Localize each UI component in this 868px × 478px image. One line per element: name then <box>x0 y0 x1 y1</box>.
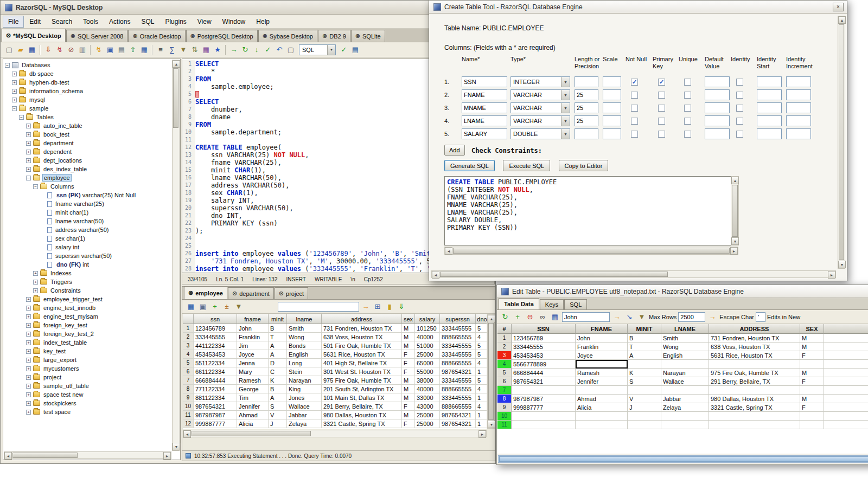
edit-cell[interactable] <box>800 386 824 395</box>
tree-item-auto-inc-table[interactable]: +auto_inc_table <box>5 121 171 130</box>
scale-input[interactable] <box>603 128 621 139</box>
results-vertical-scrollbar[interactable]: ▲ ▼ <box>487 314 495 429</box>
tree-expand-icon[interactable]: + <box>26 132 31 137</box>
import-table-icon[interactable]: ⇩ <box>43 44 54 55</box>
identity-increment-input[interactable] <box>786 102 811 113</box>
window-horizontal-scrollbar[interactable]: ◄ ► <box>431 270 836 278</box>
max-rows-go-icon[interactable]: → <box>707 312 718 322</box>
unique-checkbox[interactable] <box>684 131 691 138</box>
scroll-thumb[interactable] <box>173 68 178 128</box>
tree-expand-icon[interactable]: + <box>26 392 31 397</box>
edit-table-row[interactable]: 9999887777AliciaJZelaya3321 Castle, Spri… <box>497 403 868 412</box>
edit-cell[interactable]: 980 Dallas, Houston TX <box>709 395 800 403</box>
close-icon[interactable]: × <box>833 3 844 11</box>
results-cell[interactable]: 40000 <box>415 333 440 341</box>
results-cell[interactable]: Alicia <box>237 419 269 428</box>
sql-mode-dropdown[interactable]: SQL▼ <box>299 44 336 55</box>
scale-input[interactable] <box>603 115 621 126</box>
tab-close-icon[interactable]: ⊗ <box>322 33 327 40</box>
tree-item-stockpickers[interactable]: +stockpickers <box>5 399 171 408</box>
results-cell[interactable]: Wallace <box>287 402 322 411</box>
scale-input[interactable] <box>603 76 621 87</box>
results-cell[interactable]: Smith <box>287 324 322 333</box>
tree-collapse-icon[interactable]: − <box>26 176 31 180</box>
tree-expand-icon[interactable]: + <box>33 280 38 285</box>
edit-cell[interactable] <box>576 386 628 395</box>
default-value-input[interactable] <box>705 76 730 87</box>
results-cell[interactable]: 5 <box>476 341 487 350</box>
column-name-input[interactable] <box>462 76 507 87</box>
edit-cell[interactable]: 975 Fire Oak, Humble TX <box>709 369 800 377</box>
tree-item-des-index-table[interactable]: +des_index_table <box>5 165 171 173</box>
results-cell[interactable]: 291 Berry, Bellaire, TX <box>322 402 402 411</box>
edit-search-input[interactable] <box>562 312 610 322</box>
paste-icon[interactable]: ▤ <box>116 44 127 55</box>
results-row[interactable]: 9881122334TimAJones101 Main St, Dallas T… <box>183 393 487 402</box>
results-cell[interactable]: A <box>269 393 287 402</box>
results-cell[interactable]: 3321 Castle, Spring TX <box>322 419 402 428</box>
results-cell[interactable]: 666884444 <box>194 376 237 385</box>
edit-cell[interactable] <box>661 386 709 395</box>
results-column-header-superssn[interactable]: superssn <box>440 314 476 324</box>
results-cell[interactable]: English <box>287 350 322 359</box>
identity-checkbox[interactable] <box>736 79 743 86</box>
generate-sql-icon[interactable]: ∑ <box>167 44 177 55</box>
edit-column-header-minit[interactable]: MINIT <box>628 324 661 334</box>
row-number[interactable]: 5 <box>497 369 512 377</box>
results-tab-department[interactable]: ⊗department <box>228 287 274 299</box>
row-number[interactable]: 10 <box>497 412 512 421</box>
escape-char-input[interactable] <box>756 312 765 322</box>
results-cell[interactable]: D <box>269 359 287 367</box>
tree-expand-icon[interactable]: + <box>26 158 31 163</box>
results-cell[interactable]: 65000 <box>415 359 440 367</box>
describe-table-icon[interactable]: ≡ <box>155 44 166 55</box>
results-cell[interactable]: 771122334 <box>194 385 237 393</box>
length-precision-input[interactable] <box>575 89 598 100</box>
edit-table-grid[interactable]: #SSNFNAMEMINITLNAMEADDRESSSEX1123456789J… <box>497 324 868 429</box>
tree-item-superssn-varchar-50[interactable]: superssn varchar(50) <box>5 251 171 260</box>
results-cell[interactable]: 1 <box>476 419 487 428</box>
tree-item-space-test-new[interactable]: +space test new <box>5 390 171 399</box>
chevron-down-icon[interactable]: ▼ <box>561 129 570 139</box>
tree-item-key-test[interactable]: +key_test <box>5 347 171 356</box>
edit-table-row[interactable]: 6987654321JenniferSWallace291 Berry, Bel… <box>497 377 868 386</box>
identity-start-input[interactable] <box>757 128 782 139</box>
identity-checkbox[interactable] <box>736 105 743 112</box>
tree-item-test-space[interactable]: +test space <box>5 408 171 416</box>
tree-expand-icon[interactable]: + <box>12 80 17 85</box>
row-number[interactable]: 4 <box>497 360 512 369</box>
save-icon[interactable]: ▦ <box>27 44 37 55</box>
scroll-right-icon[interactable]: ► <box>163 452 171 460</box>
edit-cell[interactable] <box>709 412 800 421</box>
menu-item-actions[interactable]: Actions <box>104 16 136 28</box>
results-cell[interactable]: Jones <box>287 393 322 402</box>
results-row[interactable]: 8771122334GeorgeBKing201 South St, Arlin… <box>183 385 487 393</box>
row-number[interactable]: 9 <box>497 403 512 412</box>
not-null-checkbox[interactable]: ✓ <box>631 79 638 86</box>
download-icon[interactable]: ↓ <box>251 44 262 55</box>
results-cell[interactable]: 401 High St, Bellaire TX <box>322 359 402 367</box>
results-tab-project[interactable]: ⊗project <box>275 287 308 299</box>
row-number[interactable]: 3 <box>497 351 512 360</box>
edit-cell[interactable]: 3321 Castle, Spring TX <box>709 403 800 412</box>
results-grid[interactable]: ssnfnameminitlnameaddresssexsalarysupers… <box>183 314 487 429</box>
query-builder-icon[interactable]: ▦ <box>201 44 212 55</box>
results-cell[interactable]: J <box>269 419 287 428</box>
scroll-down-icon[interactable]: ▼ <box>173 443 180 450</box>
edit-cell[interactable] <box>709 421 800 429</box>
edit-cell[interactable]: 123456789 <box>512 334 576 343</box>
results-cell[interactable]: Jennifer <box>237 402 269 411</box>
results-cell[interactable]: 38000 <box>415 376 440 385</box>
column-type-select[interactable]: INTEGER▼ <box>510 76 570 87</box>
edit-cell[interactable]: M <box>800 334 824 343</box>
primary-key-checkbox[interactable]: ✓ <box>658 79 665 86</box>
column-type-select[interactable]: VARCHAR▼ <box>510 115 570 126</box>
results-cell[interactable]: 333445555 <box>440 376 476 385</box>
tree-horizontal-scrollbar[interactable]: ◄ ► <box>4 451 171 459</box>
scroll-left-icon[interactable]: ◄ <box>445 247 452 255</box>
unique-checkbox[interactable] <box>684 79 691 86</box>
new-editor-icon[interactable]: ▢ <box>285 44 296 55</box>
tree-expand-icon[interactable]: + <box>26 306 31 311</box>
tree-item-hyphen-db-test[interactable]: +hyphen-db-test <box>5 78 171 87</box>
results-cell[interactable]: A <box>269 350 287 359</box>
